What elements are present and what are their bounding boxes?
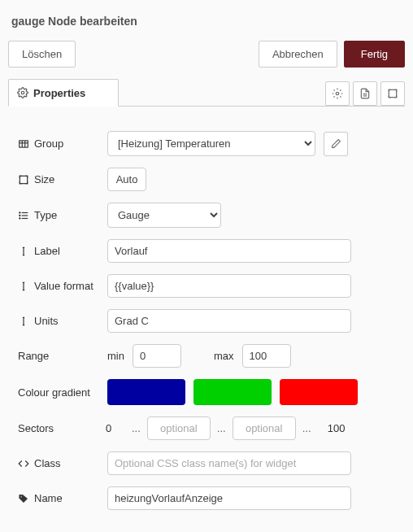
delete-button[interactable]: Löschen [8, 41, 76, 68]
sector-opt-1-input[interactable] [147, 416, 211, 440]
expand-icon [18, 174, 29, 185]
gear-icon [332, 88, 343, 99]
dialog-title: gauge Node bearbeiten [8, 7, 405, 37]
label-label: Label [18, 245, 99, 257]
group-label: Group [18, 137, 99, 150]
colour-swatch-2[interactable] [193, 379, 272, 405]
sectors-label: Sectors [18, 422, 99, 434]
tab-properties-label: Properties [33, 87, 85, 99]
expand-icon [387, 88, 398, 99]
done-button[interactable]: Fertig [344, 41, 405, 68]
svg-point-14 [20, 215, 20, 216]
svg-rect-9 [20, 176, 27, 183]
colours-label: Colour gradient [18, 386, 99, 399]
name-label: Name [18, 492, 99, 504]
type-select[interactable]: Gauge [107, 203, 221, 228]
file-icon [359, 88, 371, 99]
tag-icon [18, 493, 29, 504]
units-input[interactable] [107, 309, 351, 333]
svg-rect-4 [389, 89, 396, 97]
class-input[interactable] [107, 451, 351, 475]
node-appearance-button[interactable] [380, 81, 405, 106]
class-label: Class [18, 457, 99, 469]
value-format-label: Value format [18, 280, 99, 292]
svg-point-1 [336, 92, 339, 95]
code-icon [18, 458, 29, 469]
units-label: Units [18, 315, 99, 327]
colour-swatch-1[interactable] [107, 379, 185, 405]
text-cursor-icon [18, 281, 29, 292]
range-max-input[interactable] [242, 344, 291, 368]
range-label: Range [18, 350, 99, 362]
sectors-sep: ... [302, 422, 311, 434]
text-cursor-icon [18, 246, 29, 257]
sectors-sep: ... [132, 422, 141, 434]
gear-icon [17, 87, 28, 98]
text-cursor-icon [18, 316, 29, 327]
sector-opt-2-input[interactable] [233, 416, 296, 440]
pencil-icon [331, 138, 341, 149]
sectors-sep: ... [217, 422, 226, 434]
svg-rect-5 [20, 140, 28, 146]
tab-properties[interactable]: Properties [8, 79, 119, 107]
label-input[interactable] [107, 239, 351, 263]
edit-group-button[interactable] [324, 132, 348, 156]
value-format-input[interactable] [107, 274, 351, 298]
sectors-low: 0 [106, 422, 125, 434]
node-settings-button[interactable] [325, 81, 350, 106]
name-input[interactable] [107, 486, 351, 510]
range-max-label: max [214, 350, 234, 362]
type-label: Type [18, 209, 99, 221]
cancel-button[interactable]: Abbrechen [259, 41, 337, 68]
svg-point-16 [20, 495, 22, 497]
list-icon [18, 210, 29, 221]
svg-point-15 [20, 217, 20, 218]
range-min-label: min [107, 350, 124, 362]
sectors-high: 100 [318, 422, 346, 434]
node-description-button[interactable] [353, 81, 377, 106]
colour-swatch-3[interactable] [280, 379, 358, 405]
svg-point-0 [21, 91, 24, 94]
table-icon [18, 138, 29, 150]
size-input[interactable] [107, 168, 146, 191]
size-label: Size [18, 173, 99, 185]
group-select[interactable]: [Heizung] Temperaturen [107, 131, 315, 156]
svg-point-13 [20, 211, 20, 212]
range-min-input[interactable] [133, 344, 181, 368]
